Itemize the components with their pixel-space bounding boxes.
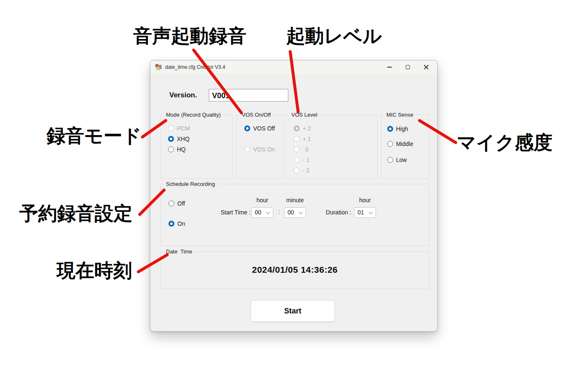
group-mic-sense: MIC Sense High Middle Low (381, 115, 429, 179)
radio-schedule-on[interactable]: On (168, 220, 185, 227)
start-hour-value: 00 (255, 209, 262, 216)
group-schedule-label: Schedule Recording (164, 180, 217, 188)
time-colon: : (276, 209, 282, 215)
radio-circle-icon (168, 146, 174, 152)
radio-circle-icon (294, 146, 300, 152)
radio-mic-middle-label: Middle (396, 141, 413, 147)
radio-xhq-label: XHQ (177, 136, 189, 142)
start-minute-value: 00 (288, 209, 294, 216)
group-date-time: Date Time 2024/01/05 14:36:26 (161, 251, 429, 289)
radio-circle-icon (387, 157, 393, 163)
radio-pcm[interactable]: PCM (168, 125, 190, 132)
start-time-label: Start Time : (210, 209, 251, 216)
annotation-recording-mode: 録音モード (47, 126, 142, 145)
radio-circle-icon (168, 136, 174, 142)
maximize-button[interactable] (399, 60, 417, 73)
radio-circle-icon (294, 136, 300, 142)
radio-level-plus2-label: + 2 (303, 125, 311, 132)
radio-mic-low[interactable]: Low (387, 156, 407, 164)
radio-circle-icon (294, 167, 300, 173)
radio-hq[interactable]: HQ (168, 146, 186, 153)
annotation-voice-activated-recording: 音声起動録音 (133, 26, 246, 45)
duration-label: Duration : (322, 209, 351, 216)
annotation-schedule-recording: 予約録音設定 (19, 204, 132, 223)
version-input[interactable]: V001 (209, 89, 288, 102)
start-minute-select[interactable]: 00 (284, 207, 306, 218)
radio-schedule-off-label: Off (177, 200, 185, 207)
group-mode-label: Mode (Record Quality) (164, 111, 223, 118)
minimize-button[interactable] (380, 60, 399, 73)
radio-level-plus2[interactable]: + 2 (294, 125, 311, 132)
radio-circle-icon (244, 125, 250, 131)
radio-mic-low-label: Low (396, 157, 407, 163)
radio-schedule-on-label: On (177, 220, 185, 227)
radio-circle-icon (387, 141, 393, 147)
page: 音声起動録音 起動レベル 録音モード マイク感度 予約録音設定 現在時刻 dat… (0, 0, 588, 368)
annotation-current-time: 現在時刻 (57, 261, 132, 280)
radio-level-plus1-label: + 1 (303, 136, 311, 142)
radio-vos-on-label: VOS On (253, 146, 275, 153)
radio-vos-off[interactable]: VOS Off (244, 125, 275, 132)
start-hour-select[interactable]: 00 (251, 207, 273, 218)
radio-schedule-off[interactable]: Off (168, 200, 185, 207)
group-date-time-label: Date Time (164, 248, 194, 255)
radio-circle-icon (244, 146, 250, 152)
window-controls (380, 60, 437, 73)
radio-level-minus2-label: - 2 (303, 167, 309, 174)
app-window: date_time.cfg Creator V3.4 Version. V001… (150, 60, 438, 331)
radio-level-minus1-label: - 1 (303, 157, 309, 163)
radio-vos-off-label: VOS Off (253, 125, 275, 132)
radio-level-minus2[interactable]: - 2 (294, 167, 309, 174)
radio-circle-icon (168, 201, 174, 206)
duration-select[interactable]: 01 (354, 207, 376, 218)
group-vos-level-label: VOS Level (290, 111, 319, 118)
duration-value: 01 (357, 209, 364, 216)
radio-circle-icon (168, 221, 174, 227)
minute-label: minute (282, 197, 308, 204)
duration-hour-label: hour (354, 197, 376, 204)
radio-hq-label: HQ (177, 146, 186, 153)
window-title: date_time.cfg Creator V3.4 (165, 64, 225, 70)
radio-circle-icon (294, 125, 300, 131)
group-mic-sense-label: MIC Sense (385, 111, 415, 118)
close-button[interactable] (417, 60, 435, 73)
radio-xhq[interactable]: XHQ (168, 135, 189, 143)
radio-circle-icon (387, 126, 393, 132)
hour-label: hour (251, 197, 273, 204)
group-vos-level: VOS Level + 2 + 1 0 - 1 - 2 (286, 115, 378, 179)
group-vos-onoff-label: VOS On/Off (240, 111, 272, 118)
radio-level-zero-label: 0 (305, 146, 308, 153)
group-vos-onoff: VOS On/Off VOS Off VOS On (236, 115, 283, 179)
minimize-icon (387, 67, 392, 68)
radio-mic-high[interactable]: High (387, 125, 408, 133)
group-mode-record-quality: Mode (Record Quality) PCM XHQ HQ (161, 115, 233, 179)
radio-level-plus1[interactable]: + 1 (294, 135, 311, 143)
group-schedule-recording: Schedule Recording Off On hour minute ho… (161, 184, 429, 246)
current-datetime-value: 2024/01/05 14:36:26 (161, 265, 429, 275)
version-label: Version. (169, 91, 197, 99)
radio-circle-icon (294, 157, 300, 163)
radio-mic-middle[interactable]: Middle (387, 140, 413, 148)
maximize-icon (406, 65, 410, 69)
start-button[interactable]: Start (251, 300, 335, 322)
annotation-mic-sensitivity: マイク感度 (457, 133, 552, 152)
close-icon (424, 65, 429, 70)
radio-level-zero[interactable]: 0 (294, 146, 308, 153)
chevron-down-icon (369, 210, 373, 214)
chevron-down-icon (266, 210, 270, 214)
radio-mic-high-label: High (396, 125, 408, 132)
radio-pcm-label: PCM (177, 125, 190, 132)
radio-level-minus1[interactable]: - 1 (294, 156, 309, 164)
annotation-activation-level: 起動レベル (286, 26, 382, 45)
radio-circle-icon (168, 125, 174, 131)
chevron-down-icon (299, 210, 303, 214)
app-icon (155, 64, 162, 70)
radio-vos-on[interactable]: VOS On (244, 146, 275, 153)
